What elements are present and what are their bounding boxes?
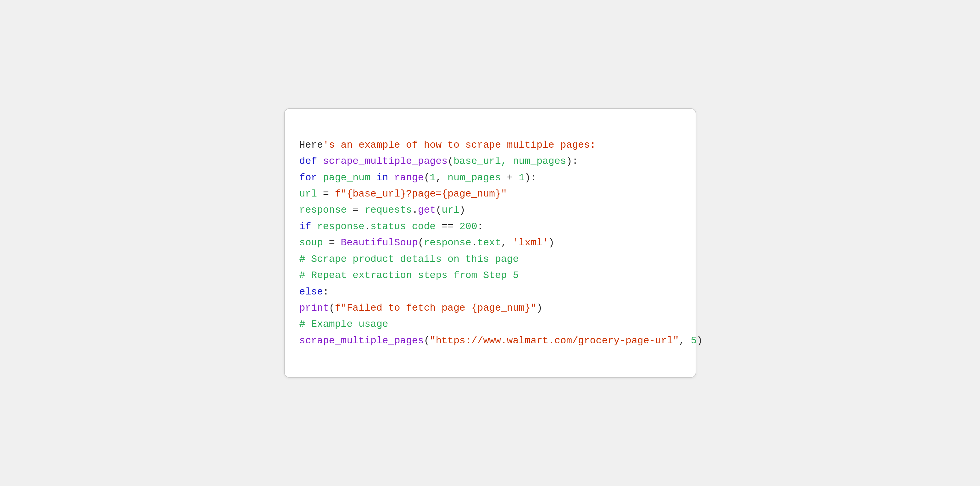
code-block: Here's an example of how to scrape multi… [299,121,681,365]
code-container: Here's an example of how to scrape multi… [284,108,696,378]
line-5: response = requests.get(url) [299,205,465,216]
line-6: if response.status_code == 200: [299,221,484,232]
line-2: def scrape_multiple_pages(base_url, num_… [299,156,578,167]
line-9: # Repeat extraction steps from Step 5 [299,270,519,281]
line-12: # Example usage [299,319,388,330]
line-3: for page_num in range(1, num_pages + 1): [299,172,537,183]
line-13: scrape_multiple_pages("https://www.walma… [299,335,703,346]
line-11: print(f"Failed to fetch page {page_num}"… [299,302,542,314]
line-8: # Scrape product details on this page [299,254,519,265]
line-10: else: [299,286,329,297]
line-7: soup = BeautifulSoup(response.text, 'lxm… [299,237,555,248]
line-1: Here's an example of how to scrape multi… [299,140,596,151]
line-4: url = f"{base_url}?page={page_num}" [299,188,507,200]
